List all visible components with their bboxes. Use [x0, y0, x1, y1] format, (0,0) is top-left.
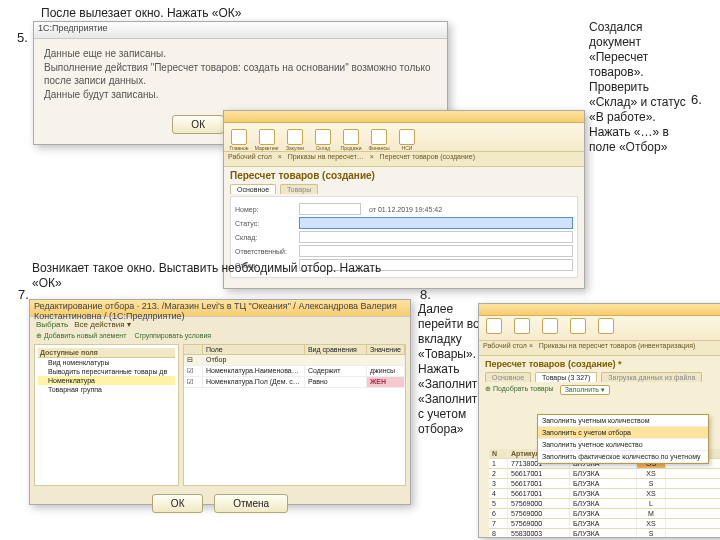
step-7-window: Редактирование отбора · 213. /Магазин Le… — [29, 299, 411, 505]
choose-button[interactable]: Выбрать — [36, 320, 68, 329]
step-7-caption: Возникает такое окно. Выставить необходи… — [32, 261, 412, 291]
label-status: Статус: — [235, 220, 295, 227]
tree-item[interactable]: Вид номенклатуры — [38, 358, 175, 367]
doc-title: Пересчет товаров (создание) * — [479, 356, 720, 372]
filter-grid[interactable]: Поле Вид сравнения Значение ⊟Отбор ☑Номе… — [183, 344, 406, 486]
ok-button[interactable]: ОК — [152, 494, 204, 513]
breadcrumb-bar: Рабочий стол × Приказы на пересчет… × Пе… — [224, 152, 584, 167]
pick-goods-button[interactable]: ⊕ Подобрать товары — [485, 385, 554, 395]
responsible-field[interactable] — [299, 245, 573, 257]
tab-main[interactable]: Основное — [485, 372, 531, 382]
table-row[interactable]: 657569000БЛУЗКАM — [489, 509, 720, 519]
step-5-line1: Данные еще не записаны. — [44, 47, 437, 61]
toolbar-item[interactable]: Склад — [312, 129, 334, 151]
main-toolbar — [479, 316, 720, 341]
status-field[interactable] — [299, 217, 573, 229]
available-fields-tree[interactable]: Доступные поля Вид номенклатуры Выводить… — [34, 344, 179, 486]
tab-goods[interactable]: Товары — [280, 184, 318, 194]
step-5-line3: Данные будут записаны. — [44, 88, 437, 102]
toolbar-item[interactable]: Маркетинг — [256, 129, 278, 151]
number-field[interactable] — [299, 203, 361, 215]
ok-button[interactable]: ОК — [172, 115, 224, 134]
fill-dropdown[interactable]: Заполнить учетным количеством Заполнить … — [537, 414, 709, 464]
step-8-number: 8. — [420, 287, 431, 302]
cancel-button[interactable]: Отмена — [214, 494, 288, 513]
toolbar-item[interactable]: Продажи — [340, 129, 362, 151]
toolbar-item[interactable]: Закупки — [284, 129, 306, 151]
step-8-caption: Далее перейти во вкладку «Товары». Нажат… — [418, 302, 482, 437]
doc-title: Пересчет товаров (создание) — [224, 167, 584, 184]
window-titlebar — [224, 111, 584, 123]
dd-item[interactable]: Заполнить учетное количество — [538, 439, 708, 451]
step-8-window: Рабочий стол × Приказы на пересчет товар… — [478, 303, 720, 538]
step-7-number: 7. — [18, 287, 29, 302]
tree-item-selected[interactable]: Номенклатура — [38, 376, 175, 385]
toolbar-item[interactable] — [539, 318, 561, 340]
main-toolbar: Главное Маркетинг Закупки Склад Продажи … — [224, 123, 584, 152]
store-field[interactable] — [299, 231, 573, 243]
table-row[interactable]: 855830003БЛУЗКАS — [489, 529, 720, 538]
fill-button[interactable]: Заполнить ▾ — [560, 385, 610, 395]
dd-item[interactable]: Заполнить фактическое количество по учет… — [538, 451, 708, 463]
window-titlebar — [479, 304, 720, 316]
tree-header: Доступные поля — [38, 348, 175, 358]
toolbar-item[interactable] — [595, 318, 617, 340]
actions-button[interactable]: Все действия ▾ — [74, 320, 131, 329]
toolbar-item[interactable] — [567, 318, 589, 340]
tab-load[interactable]: Загрузка данных из файла — [601, 372, 702, 382]
table-row[interactable]: 557569000БЛУЗКАL — [489, 499, 720, 509]
toolbar-item[interactable]: НСИ — [396, 129, 418, 151]
toolbar-item[interactable]: Главное — [228, 129, 250, 151]
table-row[interactable]: 356617001БЛУЗКАS — [489, 479, 720, 489]
step-5-number: 5. — [17, 30, 28, 45]
group-conditions-button[interactable]: Сгруппировать условия — [134, 332, 211, 340]
toolbar-item[interactable] — [511, 318, 533, 340]
tab-goods[interactable]: Товары (3 327) — [535, 372, 597, 382]
table-row[interactable]: 256617001БЛУЗКАXS — [489, 469, 720, 479]
tab-main[interactable]: Основное — [230, 184, 276, 194]
step-6-caption: Создался документ «Пересчет товаров». Пр… — [589, 20, 694, 155]
table-row[interactable]: 456617001БЛУЗКАXS — [489, 489, 720, 499]
date-value: от 01.12.2019 19:45:42 — [369, 206, 442, 213]
step-5-title: 1С:Предприятие — [34, 22, 447, 39]
table-row[interactable]: 757569000БЛУЗКАXS — [489, 519, 720, 529]
label-store: Склад: — [235, 234, 295, 241]
add-element-button[interactable]: ⊕ Добавить новый элемент — [36, 332, 126, 340]
step-5-line2: Выполнение действия "Пересчет товаров: с… — [44, 61, 437, 88]
toolbar-item[interactable] — [483, 318, 505, 340]
label-responsible: Ответственный: — [235, 248, 295, 255]
toolbar-item[interactable]: Финансы — [368, 129, 390, 151]
breadcrumb-bar: Рабочий стол × Приказы на пересчет товар… — [479, 341, 720, 356]
dd-item[interactable]: Заполнить учетным количеством — [538, 415, 708, 427]
step-5-caption: После вылезает окно. Нажать «ОК» — [41, 6, 266, 21]
step-7-title: Редактирование отбора · 213. /Магазин Le… — [30, 300, 410, 317]
tree-item[interactable]: Товарная группа — [38, 385, 175, 394]
dd-item-highlight[interactable]: Заполнить с учетом отбора — [538, 427, 708, 439]
label-number: Номер: — [235, 206, 295, 213]
tree-item[interactable]: Выводить пересчитанные товары дв — [38, 367, 175, 376]
